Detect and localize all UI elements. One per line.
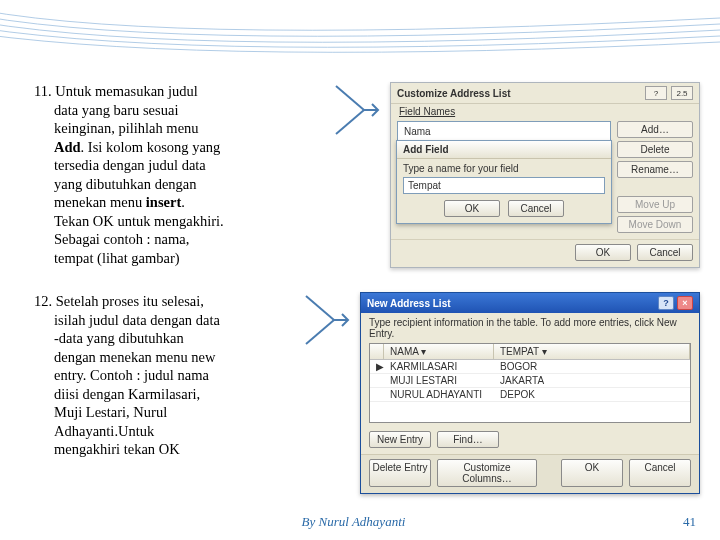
help-button[interactable]: ? — [645, 86, 667, 100]
sub-dialog-title: Add Field — [397, 141, 611, 159]
cancel-button[interactable]: Cancel — [629, 459, 691, 487]
ok-button[interactable]: OK — [444, 200, 500, 217]
rename-button[interactable]: Rename… — [617, 161, 693, 178]
field-names-list[interactable]: Nama Add Field Type a name for your fiel… — [397, 121, 611, 213]
table-row: ▶KARMILASARIBOGOR — [370, 360, 690, 374]
dialog-title: New Address List — [367, 298, 451, 309]
add-button[interactable]: Add… — [617, 121, 693, 138]
decor-lines — [0, 0, 720, 60]
ok-button[interactable]: OK — [575, 244, 631, 261]
close-button[interactable]: × — [677, 296, 693, 310]
customize-columns-button[interactable]: Customize Columns… — [437, 459, 537, 487]
new-address-list-dialog: New Address List ? × Type recipient info… — [360, 292, 700, 494]
page-number: 41 — [683, 514, 696, 530]
move-up-button[interactable]: Move Up — [617, 196, 693, 213]
find-button[interactable]: Find… — [437, 431, 499, 448]
customize-address-list-dialog: Customize Address List ? 2.5 Field Names… — [390, 82, 700, 268]
dialog-hint: Type recipient information in the table.… — [361, 313, 699, 341]
arrow-icon — [304, 292, 350, 348]
help-button[interactable]: ? — [658, 296, 674, 310]
footer-author: By Nurul Adhayanti — [24, 514, 683, 530]
dialog-title: Customize Address List — [397, 88, 511, 99]
add-field-dialog: Add Field Type a name for your field Tem… — [396, 140, 612, 224]
ok-button[interactable]: OK — [561, 459, 623, 487]
field-name-input[interactable]: Tempat — [403, 177, 605, 194]
move-down-button[interactable]: Move Down — [617, 216, 693, 233]
column-header[interactable]: NAMA ▾ — [384, 344, 494, 359]
recipient-table[interactable]: NAMA ▾ TEMPAT ▾ ▶KARMILASARIBOGOR MUJI L… — [369, 343, 691, 423]
field-names-label: Field Names — [391, 104, 699, 117]
new-entry-button[interactable]: New Entry — [369, 431, 431, 448]
delete-button[interactable]: Delete — [617, 141, 693, 158]
step-12-text: 12. Setelah proses itu selesai, isilah j… — [34, 292, 294, 459]
sub-dialog-prompt: Type a name for your field — [403, 163, 605, 174]
column-header[interactable]: TEMPAT ▾ — [494, 344, 690, 359]
list-item[interactable]: Nama — [404, 126, 604, 137]
table-row: NURUL ADHAYANTIDEPOK — [370, 388, 690, 402]
arrow-icon — [334, 82, 380, 138]
step-11-text: 11. Untuk memasukan judul data yang baru… — [34, 82, 324, 267]
close-button[interactable]: 2.5 — [671, 86, 693, 100]
cancel-button[interactable]: Cancel — [637, 244, 693, 261]
table-row: MUJI LESTARIJAKARTA — [370, 374, 690, 388]
cancel-button[interactable]: Cancel — [508, 200, 564, 217]
delete-entry-button[interactable]: Delete Entry — [369, 459, 431, 487]
